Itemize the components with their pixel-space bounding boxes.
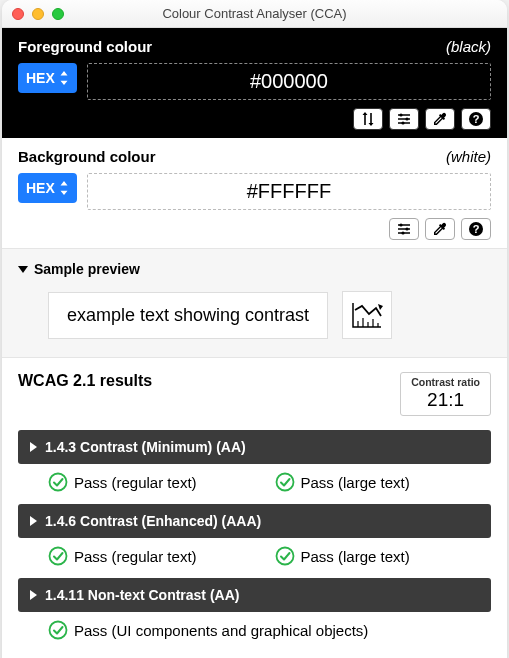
foreground-format-select[interactable]: HEX	[18, 63, 77, 93]
chevron-right-icon	[30, 590, 37, 600]
foreground-sliders-button[interactable]	[389, 108, 419, 130]
svg-point-6	[405, 227, 408, 230]
eyedropper-icon	[432, 221, 448, 237]
svg-point-1	[405, 117, 408, 120]
criterion-label: 1.4.11 Non-text Contrast (AA)	[45, 587, 239, 603]
pass-item: Pass (regular text)	[48, 546, 265, 566]
app-window: Colour Contrast Analyser (CCA) Foregroun…	[2, 0, 507, 658]
pass-text: Pass (large text)	[301, 474, 410, 491]
check-icon	[275, 472, 295, 492]
background-color-input[interactable]	[87, 173, 491, 210]
updown-icon	[59, 71, 69, 85]
pass-item: Pass (large text)	[275, 472, 492, 492]
criterion-disclosure[interactable]: 1.4.6 Contrast (Enhanced) (AAA)	[18, 504, 491, 538]
help-icon: ?	[468, 111, 484, 127]
foreground-label: Foreground colour	[18, 38, 152, 55]
criterion-disclosure[interactable]: 1.4.3 Contrast (Minimum) (AA)	[18, 430, 491, 464]
criterion-label: 1.4.3 Contrast (Minimum) (AA)	[45, 439, 246, 455]
contrast-ratio-label: Contrast ratio	[411, 376, 480, 388]
titlebar: Colour Contrast Analyser (CCA)	[2, 0, 507, 28]
preview-section: Sample preview example text showing cont…	[2, 248, 507, 358]
background-color-name: (white)	[446, 148, 491, 165]
check-icon	[48, 546, 68, 566]
criteria-list: 1.4.3 Contrast (Minimum) (AA)Pass (regul…	[18, 430, 491, 652]
help-icon: ?	[468, 221, 484, 237]
svg-point-5	[399, 223, 402, 226]
window-title: Colour Contrast Analyser (CCA)	[2, 6, 507, 21]
pass-row: Pass (regular text)Pass (large text)	[18, 472, 491, 504]
foreground-eyedropper-button[interactable]	[425, 108, 455, 130]
pass-item: Pass (regular text)	[48, 472, 265, 492]
background-help-button[interactable]: ?	[461, 218, 491, 240]
svg-point-12	[50, 548, 67, 565]
pass-text: Pass (UI components and graphical object…	[74, 622, 368, 639]
chevron-right-icon	[30, 442, 37, 452]
svg-point-7	[401, 231, 404, 234]
check-icon	[48, 620, 68, 640]
results-title: WCAG 2.1 results	[18, 372, 152, 390]
foreground-color-input[interactable]	[87, 63, 491, 100]
updown-icon	[59, 181, 69, 195]
pass-row: Pass (UI components and graphical object…	[18, 620, 491, 652]
results-section: WCAG 2.1 results Contrast ratio 21:1 1.4…	[2, 358, 507, 658]
preview-disclosure[interactable]: Sample preview	[18, 261, 491, 277]
svg-point-11	[276, 474, 293, 491]
svg-point-13	[276, 548, 293, 565]
background-format-select[interactable]: HEX	[18, 173, 77, 203]
pass-item: Pass (large text)	[275, 546, 492, 566]
preview-graphic-sample	[342, 291, 392, 339]
pass-row: Pass (regular text)Pass (large text)	[18, 546, 491, 578]
chevron-down-icon	[18, 266, 28, 273]
check-icon	[275, 546, 295, 566]
background-section: Background colour (white) HEX ?	[2, 138, 507, 248]
background-eyedropper-button[interactable]	[425, 218, 455, 240]
svg-point-0	[399, 113, 402, 116]
svg-point-2	[401, 121, 404, 124]
swap-icon	[360, 111, 376, 127]
svg-text:?: ?	[473, 223, 480, 235]
preview-text-sample: example text showing contrast	[48, 292, 328, 339]
pass-text: Pass (regular text)	[74, 474, 197, 491]
sliders-icon	[396, 221, 412, 237]
foreground-color-name: (black)	[446, 38, 491, 55]
pass-text: Pass (regular text)	[74, 548, 197, 565]
contrast-ratio-value: 21:1	[411, 389, 480, 411]
svg-point-14	[50, 622, 67, 639]
contrast-ratio-box: Contrast ratio 21:1	[400, 372, 491, 416]
eyedropper-icon	[432, 111, 448, 127]
svg-point-10	[50, 474, 67, 491]
swap-colors-button[interactable]	[353, 108, 383, 130]
preview-label: Sample preview	[34, 261, 140, 277]
pass-text: Pass (large text)	[301, 548, 410, 565]
foreground-format-value: HEX	[26, 70, 55, 86]
criterion-disclosure[interactable]: 1.4.11 Non-text Contrast (AA)	[18, 578, 491, 612]
pass-item: Pass (UI components and graphical object…	[48, 620, 491, 640]
chevron-right-icon	[30, 516, 37, 526]
chart-icon	[350, 300, 384, 330]
criterion-label: 1.4.6 Contrast (Enhanced) (AAA)	[45, 513, 261, 529]
background-sliders-button[interactable]	[389, 218, 419, 240]
background-format-value: HEX	[26, 180, 55, 196]
foreground-help-button[interactable]: ?	[461, 108, 491, 130]
foreground-section: Foreground colour (black) HEX ?	[2, 28, 507, 138]
svg-text:?: ?	[473, 113, 480, 125]
check-icon	[48, 472, 68, 492]
background-label: Background colour	[18, 148, 156, 165]
sliders-icon	[396, 111, 412, 127]
